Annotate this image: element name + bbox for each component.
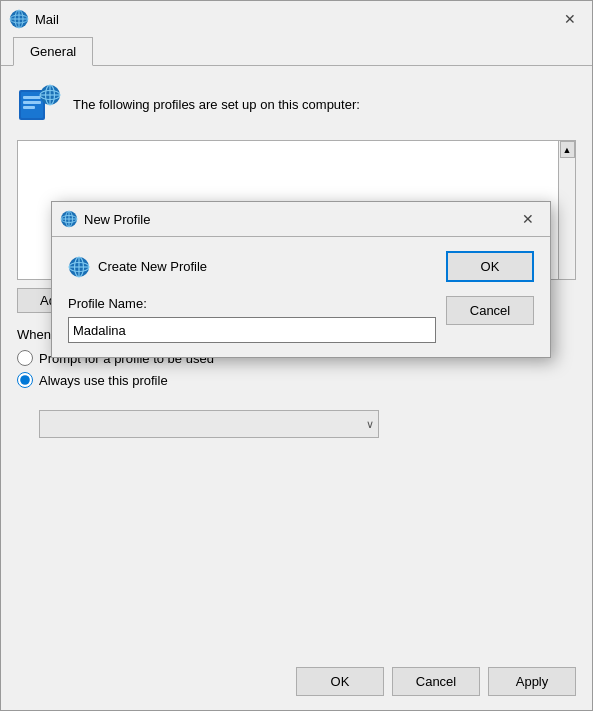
dialog-row2-left: Profile Name:: [68, 296, 436, 343]
dialog-content: Create New Profile OK Profile Name: Canc…: [52, 237, 550, 357]
dialog-ok-button[interactable]: OK: [446, 251, 534, 282]
dialog-row1: Create New Profile OK: [68, 251, 534, 282]
dialog-close-button[interactable]: ✕: [514, 208, 542, 230]
dialog-btns-bottom: Cancel: [446, 296, 534, 325]
dialog-btns-top: OK: [446, 251, 534, 282]
dialog-create-icon: [68, 256, 90, 278]
dialog-title-bar: New Profile ✕: [52, 202, 550, 236]
dialog-title-left: New Profile: [60, 210, 150, 228]
dialog-title-text: New Profile: [84, 212, 150, 227]
dialog-row1-left: Create New Profile: [68, 256, 207, 278]
profile-name-input[interactable]: [68, 317, 436, 343]
modal-overlay: New Profile ✕ Create: [1, 1, 592, 710]
create-new-profile-label: Create New Profile: [98, 259, 207, 274]
profile-name-label: Profile Name:: [68, 296, 436, 311]
dialog-cancel-button[interactable]: Cancel: [446, 296, 534, 325]
main-window: Mail ✕ General The following profiles a: [0, 0, 593, 711]
new-profile-dialog: New Profile ✕ Create: [51, 201, 551, 358]
dialog-globe-icon: [60, 210, 78, 228]
dialog-row2: Profile Name: Cancel: [68, 296, 534, 343]
